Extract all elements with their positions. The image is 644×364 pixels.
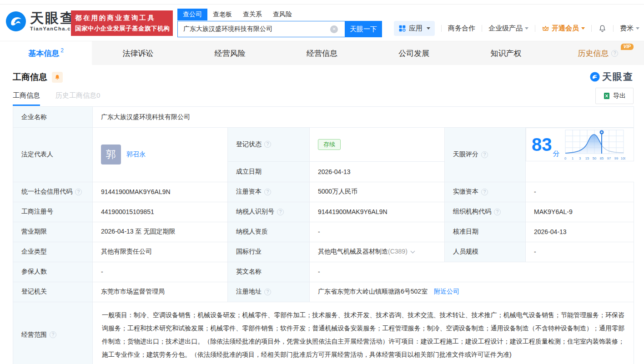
search-tabs: 查公司 查老板 查关系 查风险 <box>177 8 382 21</box>
search-tab-boss[interactable]: 查老板 <box>207 9 237 20</box>
svg-text:50: 50 <box>592 156 596 160</box>
score-unit: 分 <box>553 150 560 158</box>
subtab-history-business-info[interactable]: 历史工商信息0 <box>55 91 100 106</box>
help-icon[interactable] <box>611 50 618 57</box>
nearby-companies-link[interactable]: 附近公司 <box>434 288 459 295</box>
cooperation-label: 商务合作 <box>448 24 475 33</box>
search-button[interactable]: 天眼一下 <box>345 21 382 37</box>
row-legal-rep: 法定代表人 郭 郭召永 登记状态 存续 天眼评分 83 分 <box>13 128 634 162</box>
score-number: 83 <box>532 135 552 154</box>
open-vip-menu[interactable]: 开通会员 <box>542 24 585 33</box>
legal-rep-name-link[interactable]: 郭召永 <box>126 150 146 159</box>
apps-menu[interactable]: 应用 <box>394 21 435 36</box>
top-menu: 应用 商务合作 企业级产品 开通会员 <box>394 21 639 36</box>
vip-badge: VIP <box>621 44 634 50</box>
company-name-value: 广东大族汉盛环境科技有限公司 <box>93 107 634 128</box>
notifications-button[interactable] <box>598 24 607 33</box>
svg-text:97: 97 <box>607 156 610 160</box>
username-label: 费米 <box>620 24 634 33</box>
reg-address-value: 广东省东莞市大岭山镇顺塘路6号502室 附近公司 <box>310 282 634 302</box>
tab-basic-info-count: 2 <box>60 47 64 54</box>
expand-chevron-icon[interactable] <box>410 249 415 254</box>
org-code-value: MAK9Y6AL-9 <box>526 202 634 222</box>
paid-capital-value: - <box>526 182 634 202</box>
reg-capital-label: 注册资本 <box>228 182 310 202</box>
business-scope-value: 一般项目：制冷、空调设备销售；机械设备研发；机械零件、零部件加工；技术服务、技术… <box>93 302 634 364</box>
search-tab-company[interactable]: 查公司 <box>177 9 207 20</box>
export-button-label: 导出 <box>613 92 626 100</box>
tab-company-development[interactable]: 公司发展 <box>368 41 460 65</box>
tab-operating-info[interactable]: 经营信息 <box>276 41 368 65</box>
taxpayer-quality-label: 纳税人资质 <box>228 222 310 242</box>
svg-text:3: 3 <box>579 156 580 160</box>
business-term-label: 营业期限 <box>13 222 93 242</box>
help-icon[interactable] <box>50 331 56 338</box>
help-icon[interactable] <box>75 189 82 195</box>
watermark-logo: 天眼查 <box>590 70 634 83</box>
company-type-label: 企业类型 <box>13 242 93 262</box>
tab-basic-info[interactable]: 基本信息 2 <box>0 41 92 65</box>
reg-status-label: 登记状态 <box>228 128 310 162</box>
divider <box>591 25 592 32</box>
clear-search-icon[interactable] <box>330 25 338 33</box>
business-info-subtabs: 工商信息 历史工商信息0 导出 <box>13 91 634 106</box>
enterprise-products-menu[interactable]: 企业级产品 <box>488 24 528 33</box>
help-icon[interactable] <box>494 209 501 215</box>
help-icon[interactable] <box>264 141 271 148</box>
vip-crown-icon <box>542 25 549 32</box>
chevron-down-icon <box>636 27 639 30</box>
tab-legal-lawsuits-label: 法律诉讼 <box>122 48 153 59</box>
row-company-type: 企业类型 其他有限责任公司 国标行业 其他电气机械及器材制造(C389) 人员规… <box>13 242 634 262</box>
tab-legal-lawsuits[interactable]: 法律诉讼 <box>92 41 184 65</box>
help-icon[interactable] <box>481 189 488 195</box>
chevron-down-icon <box>427 27 430 30</box>
business-info-table: 企业名称 广东大族汉盛环境科技有限公司 法定代表人 郭 郭召永 登记状态 存续 … <box>13 106 634 364</box>
export-button[interactable]: 导出 <box>595 88 634 104</box>
section-title: 工商信息 <box>13 71 47 83</box>
monitor-bell-button[interactable] <box>52 72 63 83</box>
row-credit-code: 统一社会信用代码 91441900MAK9Y6AL9N 注册资本 5000万人民… <box>13 182 634 202</box>
establish-date-label: 成立日期 <box>228 161 310 182</box>
reg-status-value: 存续 <box>310 128 445 162</box>
apps-grid-icon <box>398 25 406 32</box>
insured-count-value: - <box>93 262 228 282</box>
tab-intellectual-property[interactable]: 知识产权 <box>460 41 552 65</box>
tab-history-info[interactable]: VIP 历史信息 <box>552 41 644 65</box>
taxpayer-id-value: 91441900MAK9Y6AL9N <box>310 202 445 222</box>
bell-icon <box>54 74 60 80</box>
help-icon[interactable] <box>264 289 271 295</box>
cooperation-link[interactable]: 商务合作 <box>448 24 475 33</box>
row-company-name: 企业名称 广东大族汉盛环境科技有限公司 <box>13 107 634 128</box>
help-icon[interactable] <box>264 189 271 195</box>
tianyancha-logo-icon <box>5 11 26 32</box>
industry-value: 其他电气机械及器材制造(C389) <box>310 242 445 262</box>
help-icon[interactable] <box>277 209 284 215</box>
tianyancha-watermark-icon <box>590 72 600 82</box>
search-tab-risk[interactable]: 查风险 <box>267 9 297 20</box>
svg-text:85: 85 <box>599 156 603 160</box>
tab-operating-risk[interactable]: 经营风险 <box>184 41 276 65</box>
english-name-label: 英文名称 <box>228 262 310 282</box>
tab-intellectual-property-label: 知识产权 <box>491 48 522 59</box>
user-menu[interactable]: 费米 <box>620 24 639 33</box>
approval-date-label: 核准日期 <box>445 222 526 242</box>
approval-date-value: 2026-04-13 <box>526 222 634 242</box>
tab-operating-info-label: 经营信息 <box>307 48 337 59</box>
subtab-business-info[interactable]: 工商信息 <box>13 91 40 106</box>
business-scope-label: 经营范围 <box>13 302 93 364</box>
reg-capital-value: 5000万人民币 <box>310 182 445 202</box>
paid-capital-label: 实缴资本 <box>445 182 526 202</box>
reg-number-value: 441900015109851 <box>93 202 228 222</box>
tianyancha-logo[interactable]: 天眼查 TianYanCha.com <box>5 11 80 32</box>
legal-rep-avatar[interactable]: 郭 <box>101 145 121 165</box>
row-reg-authority: 登记机关 东莞市市场监督管理局 注册地址 广东省东莞市大岭山镇顺塘路6号502室… <box>13 282 634 302</box>
svg-text:99: 99 <box>614 156 618 160</box>
business-term-value: 2026-04-13 至 无固定期限 <box>93 222 228 242</box>
row-business-scope: 经营范围 一般项目：制冷、空调设备销售；机械设备研发；机械零件、零部件加工；技术… <box>13 302 634 364</box>
svg-text:0: 0 <box>564 156 566 160</box>
search-input[interactable] <box>177 21 345 37</box>
search-tab-relation[interactable]: 查关系 <box>237 9 267 20</box>
tab-basic-info-label: 基本信息 <box>28 48 59 59</box>
help-icon[interactable] <box>481 151 488 158</box>
english-name-value: - <box>310 262 634 282</box>
